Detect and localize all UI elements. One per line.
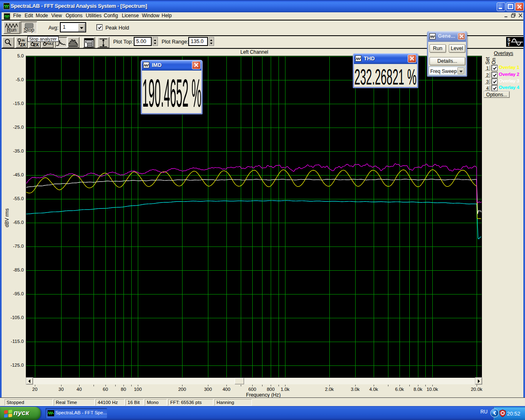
svg-text:FULL: FULL [46, 42, 53, 45]
svg-text:2X: 2X [33, 42, 39, 47]
svg-text:IN: IN [22, 39, 25, 42]
svg-text:T: T [507, 42, 510, 47]
svg-text:2X: 2X [20, 42, 26, 47]
